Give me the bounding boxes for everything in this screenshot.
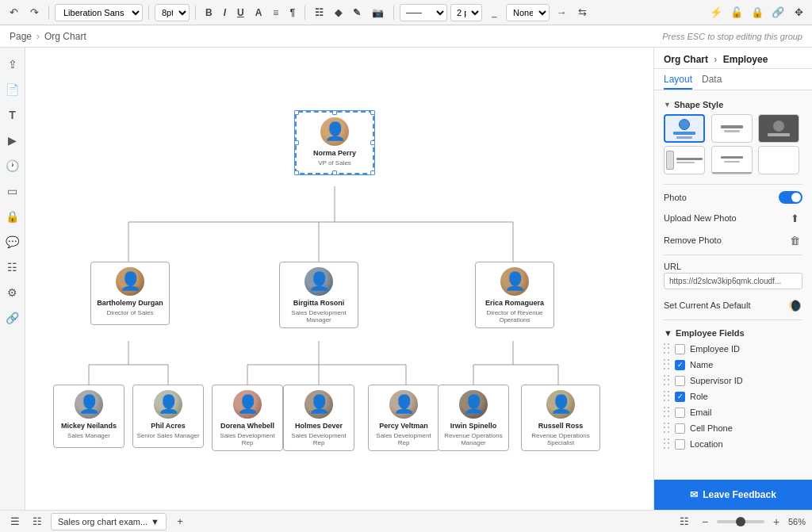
checkbox-employee-id[interactable]: [675, 344, 685, 354]
zoom-plus-button[interactable]: +: [769, 515, 783, 529]
breadcrumb-page[interactable]: Page: [10, 31, 32, 42]
italic-button[interactable]: I: [220, 4, 230, 21]
swap-button[interactable]: ⇆: [573, 4, 591, 21]
org-node-phil[interactable]: Phil Acres Senior Sales Manager: [132, 385, 204, 448]
undo-button[interactable]: ↶: [5, 4, 22, 21]
upload-photo-row[interactable]: Upload New Photo ⬆: [654, 207, 812, 229]
tab-data[interactable]: Data: [702, 74, 722, 90]
leave-feedback-button[interactable]: ✉ Leave Feedback: [654, 480, 812, 510]
settings-tool[interactable]: ⚙: [2, 282, 23, 303]
drag-handle-employee-id[interactable]: [664, 343, 670, 354]
shape-opt-1[interactable]: [664, 114, 705, 143]
clock-tool[interactable]: 🕐: [2, 155, 23, 176]
upload-photo-button[interactable]: ⬆: [787, 210, 802, 226]
connector-button[interactable]: ⎯: [485, 4, 503, 21]
font-family-select[interactable]: Liberation Sans: [55, 4, 143, 21]
org-node-russell[interactable]: Russell Ross Revenue Operations Speciali…: [521, 385, 600, 451]
redo-button[interactable]: ↷: [25, 4, 43, 21]
drag-handle-cell-phone[interactable]: [664, 423, 670, 434]
set-default-button[interactable]: 🌘: [787, 297, 802, 313]
map-button[interactable]: ☷: [676, 513, 693, 530]
photo-toggle[interactable]: [779, 191, 802, 204]
shape-opt-5[interactable]: [711, 146, 753, 174]
grid-view-button[interactable]: ☷: [29, 513, 46, 530]
drag-handle-role[interactable]: [664, 391, 670, 402]
lock-tool[interactable]: 🔒: [2, 206, 23, 227]
remove-photo-button[interactable]: 🗑: [787, 232, 802, 248]
shape-opt-2[interactable]: [711, 114, 753, 143]
bold-button[interactable]: B: [201, 4, 216, 21]
table-button[interactable]: ☷: [311, 4, 327, 21]
node-name-birgitta: Birgitta Rosoni: [293, 299, 345, 308]
checkbox-role[interactable]: ✓: [675, 392, 685, 402]
page-tab[interactable]: Sales org chart exam... ▼: [51, 513, 167, 530]
shape-opt-4[interactable]: [664, 146, 705, 174]
arrow-right-button[interactable]: →: [553, 4, 570, 21]
checkbox-name[interactable]: ✓: [675, 360, 685, 370]
org-node-birgitta[interactable]: Birgitta Rosoni Sales Development Manage…: [279, 262, 362, 328]
node-name-phil: Phil Acres: [151, 422, 186, 431]
set-default-row[interactable]: Set Current As Default 🌘: [654, 294, 812, 316]
align-button[interactable]: ≡: [269, 4, 282, 21]
lightning-button[interactable]: ⚡: [707, 4, 725, 21]
drag-handle-location[interactable]: [664, 438, 670, 450]
underline-button[interactable]: U: [233, 4, 248, 21]
fill-button[interactable]: ◆: [331, 4, 346, 21]
canvas-background: Norma Perry VP of Sales Bartholemy Durga…: [25, 48, 653, 510]
layers-tool[interactable]: ▭: [2, 181, 23, 201]
panel-title-chart: Org Chart: [664, 54, 708, 65]
connect-tool[interactable]: 🔗: [2, 308, 23, 328]
shape-opt-3[interactable]: [758, 114, 799, 143]
pages-list-button[interactable]: ☰: [6, 513, 24, 530]
line-button[interactable]: ✎: [349, 4, 365, 21]
remove-photo-label: Remove Photo: [664, 235, 782, 245]
lock-button[interactable]: 🔒: [749, 4, 766, 21]
zoom-minus-button[interactable]: −: [698, 515, 712, 529]
remove-photo-row[interactable]: Remove Photo 🗑: [654, 229, 812, 251]
checkbox-cell-phone[interactable]: [675, 423, 685, 434]
org-node-mickey[interactable]: Mickey Neilands Sales Manager: [53, 385, 124, 448]
employee-fields-header[interactable]: ▼ Employee Fields: [654, 323, 812, 341]
image-button[interactable]: 📷: [368, 4, 388, 21]
stroke-width-select[interactable]: 2 px: [450, 4, 482, 21]
org-node-bartholemy[interactable]: Bartholemy Durgan Director of Sales: [90, 262, 170, 325]
panel-title: Org Chart › Employee: [664, 54, 802, 65]
media-tool[interactable]: ▶: [2, 130, 23, 151]
breadcrumb-chart[interactable]: Org Chart: [44, 31, 86, 42]
text-tool[interactable]: T: [2, 105, 23, 125]
unlock-button[interactable]: 🔓: [728, 4, 745, 21]
page-tool[interactable]: 📄: [2, 79, 23, 100]
org-node-root[interactable]: Norma Perry VP of Sales: [295, 111, 374, 182]
comment-tool[interactable]: 💬: [2, 232, 23, 252]
checkbox-email[interactable]: [675, 408, 685, 418]
org-node-erica[interactable]: Erica Romaguera Director of Revenue Oper…: [475, 262, 558, 328]
org-node-irwin[interactable]: Irwin Spinello Revenue Operations Manage…: [438, 385, 509, 451]
checkbox-location[interactable]: [675, 439, 685, 450]
org-node-dorena[interactable]: Dorena Whebell Sales Development Rep: [212, 385, 283, 451]
none-select[interactable]: None: [506, 4, 550, 21]
canvas[interactable]: Norma Perry VP of Sales Bartholemy Durga…: [25, 48, 653, 510]
field-label-employee-id: Employee ID: [690, 344, 740, 354]
shape-style-header[interactable]: ▼ Shape Style: [654, 97, 812, 114]
field-label-name: Name: [690, 360, 713, 369]
org-node-holmes[interactable]: Holmes Dever Sales Development Rep: [283, 385, 354, 451]
add-page-button[interactable]: +: [171, 513, 189, 530]
fullscreen-button[interactable]: ✥: [790, 4, 807, 21]
format-tool[interactable]: ☷: [2, 257, 23, 277]
org-node-percy[interactable]: Percy Veltman Sales Development Rep: [368, 385, 439, 451]
url-field[interactable]: https://d2slcw3kip6qmk.cloudf...: [664, 273, 802, 289]
drag-handle-name[interactable]: [664, 359, 670, 370]
font-color-button[interactable]: A: [251, 4, 266, 21]
field-label-role: Role: [690, 392, 708, 401]
shape-opt-6[interactable]: [758, 146, 799, 174]
font-size-select[interactable]: 8pt: [155, 4, 190, 21]
drag-handle-email[interactable]: [664, 407, 670, 418]
cursor-tool[interactable]: ⇪: [2, 54, 23, 75]
tab-layout[interactable]: Layout: [664, 74, 692, 90]
drag-handle-supervisor-id[interactable]: [664, 375, 670, 386]
zoom-slider[interactable]: [717, 520, 764, 523]
format-button[interactable]: ¶: [285, 4, 299, 21]
checkbox-supervisor-id[interactable]: [675, 376, 685, 386]
stroke-style-select[interactable]: ——: [400, 4, 447, 21]
plugin-button[interactable]: 🔗: [769, 4, 787, 21]
